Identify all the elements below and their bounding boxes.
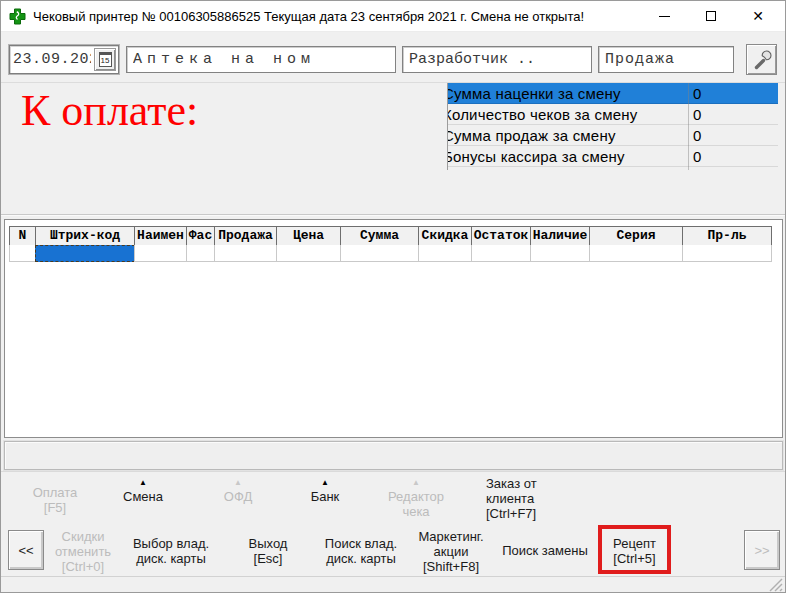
cashier-input[interactable] (402, 46, 592, 73)
action-vyhod[interactable]: Выход [Esc] (233, 536, 303, 566)
grid-data-row (9, 245, 772, 262)
chevron-up-icon: ▲ (203, 478, 273, 487)
grid-cell-selected-barcode[interactable] (35, 245, 135, 262)
stats-row-markup-sum[interactable]: Сумма наценки за смену 0 (448, 83, 778, 104)
minimize-icon (659, 16, 670, 17)
column-header[interactable]: Остаток (471, 226, 531, 246)
calendar-button[interactable]: 15 (94, 48, 116, 71)
payment-label: К оплате: (21, 85, 198, 136)
column-header[interactable]: N (9, 226, 36, 246)
grid-header-row: N Штрих-код Наимен Фас Продажа Цена Сумм… (9, 226, 772, 246)
grid-cell[interactable] (530, 245, 590, 262)
action-oplata: Оплата [F5] (20, 485, 90, 515)
close-icon: ✕ (752, 8, 764, 24)
shift-stats-list: Сумма наценки за смену 0 Количество чеко… (447, 83, 778, 170)
minimize-button[interactable] (642, 1, 686, 31)
pharmacy-cross-icon (9, 8, 26, 25)
column-header[interactable]: Сумма (340, 226, 419, 246)
app-window: Чековый принтер № 00106305886525 Текущая… (0, 0, 786, 593)
grid-cell[interactable] (340, 245, 419, 262)
window-title: Чековый принтер № 00106305886525 Текущая… (33, 9, 584, 24)
date-input[interactable] (13, 48, 91, 71)
status-strip (1, 576, 785, 593)
main-info-area: К оплате: Сумма наценки за смену 0 Колич… (1, 83, 785, 214)
column-header[interactable]: Штрих-код (35, 226, 135, 246)
resize-grip-icon[interactable] (768, 577, 783, 592)
actions-panel: Оплата [F5] ▲ Смена ▲ ОФД ▲ Банк ▲ Редак… (1, 471, 785, 576)
settings-button[interactable] (746, 44, 777, 75)
recept-highlight-annotation: Рецепт [Ctrl+5] (598, 525, 671, 574)
maximize-icon (706, 11, 716, 21)
date-field: 15 (9, 45, 119, 74)
grid-cell[interactable] (186, 245, 215, 262)
column-header[interactable]: Цена (276, 226, 341, 246)
action-redaktor-cheka: ▲ Редактор чека (381, 478, 451, 519)
grid-cell[interactable] (214, 245, 277, 262)
grid-cell[interactable] (9, 245, 36, 262)
chevron-up-icon: ▲ (381, 478, 451, 487)
stats-row-cashier-bonuses[interactable]: Бонусы кассира за смену 0 (448, 146, 778, 167)
pharmacy-input[interactable] (126, 46, 396, 73)
action-ofd: ▲ ОФД (203, 478, 273, 504)
chevron-up-icon: ▲ (108, 478, 178, 487)
action-skidki-otmenit: Скидки отменить [Ctrl+0] (48, 529, 118, 574)
wrench-icon (752, 50, 772, 70)
column-header[interactable]: Скидка (418, 226, 472, 246)
action-zakaz-ot-klienta[interactable]: Заказ от клиента [Ctrl+F7] (486, 476, 556, 521)
column-header[interactable]: Наличие (530, 226, 590, 246)
grid-cell[interactable] (589, 245, 683, 262)
maximize-button[interactable] (689, 1, 733, 31)
chevron-up-icon: ▲ (290, 478, 360, 487)
grid-cell[interactable] (682, 245, 772, 262)
panel-splitter (1, 214, 785, 216)
close-button[interactable]: ✕ (736, 1, 780, 31)
action-recept[interactable]: Рецепт [Ctrl+5] (602, 536, 667, 566)
calendar-icon: 15 (99, 52, 112, 67)
scroll-left-button[interactable]: << (8, 530, 44, 570)
grid-cell[interactable] (276, 245, 341, 262)
column-header[interactable]: Продажа (214, 226, 277, 246)
grid-cell[interactable] (134, 245, 187, 262)
action-bank[interactable]: ▲ Банк (290, 478, 360, 504)
action-smena[interactable]: ▲ Смена (108, 478, 178, 504)
stats-row-sales-sum[interactable]: Сумма продаж за смену 0 (448, 125, 778, 146)
stats-row-receipt-count[interactable]: Количество чеков за смену 0 (448, 104, 778, 125)
action-poisk-vlad-disc-karty[interactable]: Поиск влад. диск. карты (319, 536, 403, 566)
action-vybor-disc-karty[interactable]: Выбор влад. диск. карты (131, 536, 211, 566)
column-header[interactable]: Серия (589, 226, 683, 246)
info-bar (4, 441, 783, 470)
scroll-right-button: >> (744, 530, 780, 570)
title-bar: Чековый принтер № 00106305886525 Текущая… (1, 1, 785, 32)
items-grid: N Штрих-код Наимен Фас Продажа Цена Сумм… (4, 219, 783, 438)
grid-cell[interactable] (471, 245, 531, 262)
column-header[interactable]: Фас (186, 226, 215, 246)
action-marketing-akcii[interactable]: Маркетинг. акции [Shift+F8] (408, 529, 494, 574)
operation-input[interactable] (598, 46, 734, 73)
column-header[interactable]: Наимен (134, 226, 187, 246)
action-poisk-zameny[interactable]: Поиск замены (499, 543, 591, 558)
toolbar: 15 (1, 32, 785, 83)
column-header[interactable]: Пр-ль (682, 226, 772, 246)
grid-cell[interactable] (418, 245, 472, 262)
